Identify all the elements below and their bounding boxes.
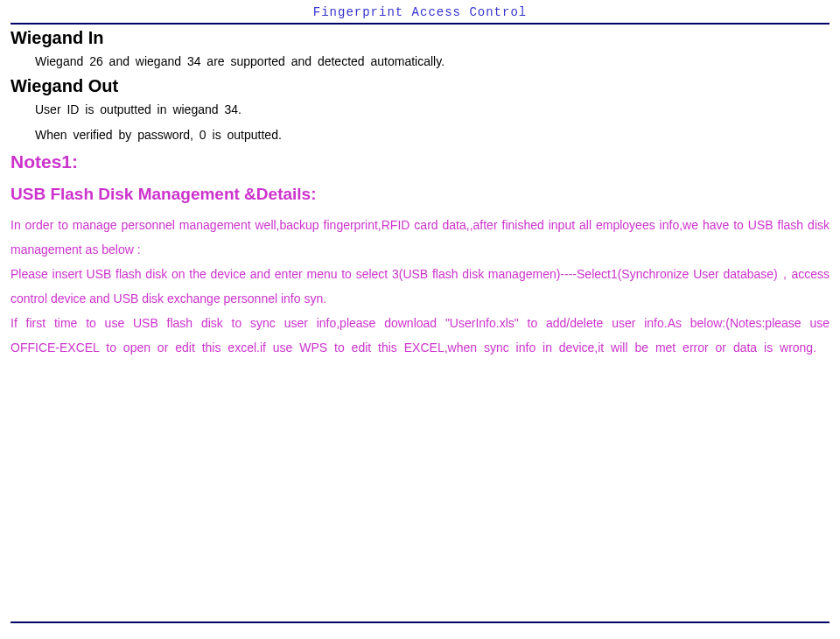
wiegand-in-heading: Wiegand In xyxy=(10,28,830,48)
notes-para-2: Please insert USB flash disk on the devi… xyxy=(10,262,830,311)
notes-subheading: USB Flash Disk Management &Details: xyxy=(10,185,830,204)
page-header-title: Fingerprint Access Control xyxy=(10,0,830,23)
top-divider xyxy=(10,23,830,25)
wiegand-out-heading: Wiegand Out xyxy=(10,76,830,96)
bottom-divider xyxy=(10,621,830,623)
notes-para-1: In order to manage personnel management … xyxy=(10,213,830,262)
wiegand-out-line2: When verified by password, 0 is outputte… xyxy=(35,125,830,144)
notes-heading: Notes1: xyxy=(10,151,830,172)
wiegand-in-desc: Wiegand 26 and wiegand 34 are supported … xyxy=(35,52,830,71)
wiegand-out-line1: User ID is outputted in wiegand 34. xyxy=(35,100,830,119)
notes-para-3: If first time to use USB flash disk to s… xyxy=(10,311,830,360)
